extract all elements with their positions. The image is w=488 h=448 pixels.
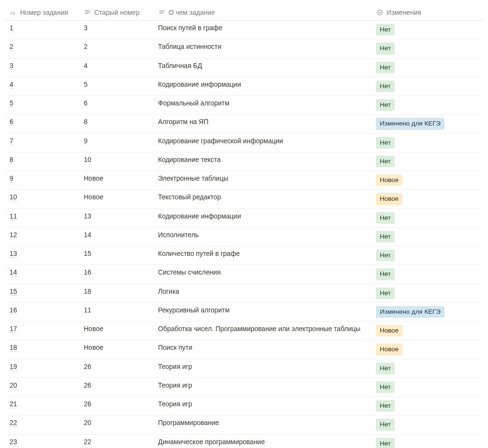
cell-changes: Нет	[371, 415, 486, 434]
status-badge: Нет	[376, 400, 395, 412]
table-row[interactable]: 1926Теория игрНет	[5, 359, 483, 378]
table-row[interactable]: 56Формальный алгоритмНет	[5, 96, 483, 115]
cell-old-number: 16	[79, 265, 153, 283]
table-row[interactable]: 79Кодирование графической информацииНет	[5, 134, 483, 152]
table-row[interactable]: 2220ПрограммированиеНет	[5, 415, 483, 434]
task-number[interactable]: 4	[10, 80, 13, 88]
table-row[interactable]: 1315Количество путей в графеНет	[5, 246, 483, 265]
status-badge: Нет	[376, 419, 395, 430]
task-number[interactable]: 1	[10, 24, 13, 32]
table-row[interactable]: 13Поиск путей в графеНет	[5, 21, 483, 39]
task-number[interactable]: 20	[10, 381, 17, 389]
task-number[interactable]: 8	[10, 156, 13, 163]
table-row[interactable]: 22Таблица истинностиНет	[5, 39, 483, 58]
status-badge: Нет	[376, 80, 395, 92]
column-header-old-number[interactable]: Старый номер	[79, 5, 153, 20]
column-header-number[interactable]: Aa Номер задания	[5, 5, 79, 20]
column-header-about-label: О чем задание	[169, 9, 215, 16]
task-number[interactable]: 14	[10, 268, 17, 276]
task-number[interactable]: 11	[10, 212, 17, 220]
status-badge: Нет	[376, 24, 395, 35]
table-row[interactable]: 9НовоеЭлектронные таблицыНовое	[5, 171, 483, 190]
cell-about: Кодирование информации	[153, 77, 371, 95]
cell-number: 4	[5, 77, 79, 95]
table-row[interactable]: 2126Теория игрНет	[5, 397, 483, 415]
cell-old-number: 6	[79, 96, 153, 114]
table-row[interactable]: 10НовоеТекстовый редакторНовое	[5, 190, 483, 208]
task-number[interactable]: 5	[10, 99, 13, 107]
table-row[interactable]: 34Табличная БДНет	[5, 58, 483, 77]
status-badge: Нет	[376, 231, 395, 242]
table-row[interactable]: 17НовоеОбработка чисел. Программирование…	[5, 322, 483, 340]
cell-about: Текстовый редактор	[153, 190, 371, 208]
cell-changes: Новое	[371, 340, 486, 358]
task-number[interactable]: 3	[10, 62, 13, 69]
task-number[interactable]: 17	[10, 325, 17, 333]
column-header-changes[interactable]: Изменения	[371, 5, 486, 20]
table-row[interactable]: 68Алгоритм на ЯПИзменено для КЕГЭ	[5, 115, 483, 133]
cell-old-number: 20	[79, 415, 153, 434]
cell-changes: Нет	[371, 58, 486, 77]
cell-old-number: 2	[79, 39, 153, 57]
table-row[interactable]: 18НовоеПоиск путиНовое	[5, 340, 483, 359]
table-row[interactable]: 2026Теория игрНет	[5, 378, 483, 397]
cell-about: Кодирование графической информации	[153, 134, 371, 152]
task-number[interactable]: 9	[10, 174, 13, 182]
task-number[interactable]: 22	[10, 419, 17, 426]
title-icon: Aa	[10, 9, 17, 16]
table-row[interactable]: 2322Динамическое программированиеНет	[5, 435, 483, 448]
cell-number: 20	[5, 378, 79, 396]
cell-old-number: Новое	[79, 171, 153, 189]
table-body: 13Поиск путей в графеНет22Таблица истинн…	[5, 21, 483, 448]
cell-about: Обработка чисел. Программирование или эл…	[153, 322, 371, 340]
task-number[interactable]: 15	[10, 287, 17, 295]
status-badge: Новое	[376, 344, 402, 355]
task-number[interactable]: 2	[10, 43, 13, 50]
cell-number: 22	[5, 415, 79, 434]
cell-number: 5	[5, 96, 79, 114]
cell-changes: Нет	[371, 246, 486, 264]
cell-number: 1	[5, 21, 79, 39]
task-number[interactable]: 23	[10, 438, 17, 446]
status-badge: Новое	[376, 325, 402, 336]
cell-about: Исполнитель	[153, 228, 371, 246]
status-badge: Нет	[376, 99, 395, 111]
status-badge: Нет	[376, 212, 395, 224]
column-header-about[interactable]: О чем задание	[153, 5, 371, 20]
status-badge: Нет	[376, 438, 395, 448]
task-number[interactable]: 6	[10, 118, 13, 126]
task-number[interactable]: 18	[10, 344, 17, 351]
table-row[interactable]: 1416Системы счисленияНет	[5, 265, 483, 284]
cell-number: 15	[5, 284, 79, 302]
task-number[interactable]: 21	[10, 400, 17, 408]
cell-old-number: 4	[79, 58, 153, 77]
cell-number: 18	[5, 340, 79, 358]
table-row[interactable]: 1611Рекурсивный алгоритмИзменено для КЕГ…	[5, 303, 483, 322]
table-row[interactable]: 810Кодирование текстаНет	[5, 152, 483, 171]
table-row[interactable]: 1518ЛогикаНет	[5, 284, 483, 303]
task-number[interactable]: 10	[10, 193, 17, 201]
cell-changes: Новое	[371, 190, 486, 208]
task-number[interactable]: 13	[10, 250, 17, 257]
cell-changes: Нет	[371, 39, 486, 57]
cell-number: 9	[5, 171, 79, 189]
cell-about: Теория игр	[153, 397, 371, 415]
table-row[interactable]: 1113Кодирование информацииНет	[5, 209, 483, 228]
cell-number: 21	[5, 397, 79, 415]
cell-about: Теория игр	[153, 359, 371, 378]
cell-number: 13	[5, 246, 79, 264]
table-row[interactable]: 45Кодирование информацииНет	[5, 77, 483, 96]
cell-changes: Новое	[371, 322, 486, 340]
cell-old-number: 10	[79, 152, 153, 171]
task-number[interactable]: 7	[10, 137, 13, 145]
cell-changes: Нет	[371, 359, 486, 378]
task-number[interactable]: 12	[10, 231, 17, 239]
column-header-changes-label: Изменения	[386, 9, 421, 16]
cell-about: Поиск путей в графе	[153, 21, 371, 39]
cell-old-number: 5	[79, 77, 153, 95]
task-number[interactable]: 16	[10, 306, 17, 314]
task-number[interactable]: 19	[10, 363, 17, 370]
cell-about: Формальный алгоритм	[153, 96, 371, 114]
status-badge: Изменено для КЕГЭ	[376, 118, 444, 129]
table-row[interactable]: 1214ИсполнительНет	[5, 228, 483, 246]
